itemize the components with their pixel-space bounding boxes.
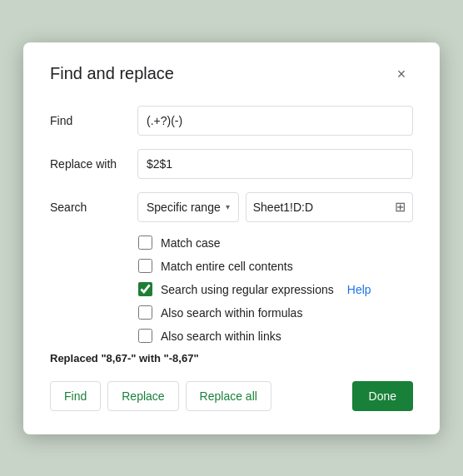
replace-row: Replace with — [50, 149, 413, 179]
links-label: Also search within links — [161, 330, 281, 343]
dropdown-label: Specific range — [147, 201, 221, 214]
formulas-checkbox[interactable] — [138, 305, 152, 320]
search-row: Search Specific range ▾ Sheet1!D:D ⊞ — [50, 192, 413, 222]
formulas-checkbox-wrap — [137, 305, 152, 320]
action-buttons: Find Replace Replace all Done — [50, 381, 413, 411]
range-value: Sheet1!D:D — [253, 201, 388, 214]
find-replace-dialog: Find and replace × Find Replace with Sea… — [23, 42, 440, 434]
grid-select-icon[interactable]: ⊞ — [395, 199, 406, 215]
replace-button[interactable]: Replace — [107, 381, 178, 411]
match-case-checkbox[interactable] — [138, 236, 152, 250]
search-dropdown[interactable]: Specific range ▾ — [137, 192, 239, 222]
range-input-box: Sheet1!D:D ⊞ — [246, 192, 413, 222]
dialog-title: Find and replace — [50, 64, 174, 83]
match-entire-checkbox[interactable] — [138, 259, 152, 273]
find-label: Find — [50, 114, 137, 127]
replace-label: Replace with — [50, 157, 137, 171]
checkbox-row-match-entire: Match entire cell contents — [137, 259, 413, 274]
replace-input[interactable] — [137, 149, 413, 179]
done-button[interactable]: Done — [352, 381, 413, 411]
find-button[interactable]: Find — [50, 381, 101, 411]
regex-checkbox[interactable] — [138, 282, 152, 296]
find-input[interactable] — [137, 106, 413, 136]
checkbox-row-regex: Search using regular expressions Help — [137, 282, 413, 297]
links-checkbox[interactable] — [138, 329, 152, 343]
search-controls: Specific range ▾ Sheet1!D:D ⊞ — [137, 192, 413, 222]
match-case-checkbox-wrap — [137, 236, 152, 250]
checkbox-row-links: Also search within links — [137, 329, 413, 344]
regex-help-link[interactable]: Help — [347, 283, 371, 296]
find-row: Find — [50, 106, 413, 136]
checkbox-row-formulas: Also search within formulas — [137, 305, 413, 320]
links-checkbox-wrap — [137, 329, 152, 344]
replace-all-button[interactable]: Replace all — [186, 381, 271, 411]
match-case-label: Match case — [161, 236, 221, 250]
formulas-label: Also search within formulas — [161, 306, 302, 320]
dialog-header: Find and replace × — [50, 62, 413, 86]
regex-label: Search using regular expressions — [161, 283, 334, 296]
close-button[interactable]: × — [390, 62, 413, 86]
match-entire-label: Match entire cell contents — [161, 260, 293, 273]
search-label: Search — [50, 201, 137, 214]
checkbox-row-match-case: Match case — [137, 236, 413, 250]
checkboxes-group: Match case Match entire cell contents Se… — [137, 236, 413, 344]
chevron-down-icon: ▾ — [226, 202, 230, 211]
status-text: Replaced "8,67-" with "-8,67" — [50, 352, 413, 364]
match-entire-checkbox-wrap — [137, 259, 152, 274]
regex-checkbox-wrap — [137, 282, 152, 297]
